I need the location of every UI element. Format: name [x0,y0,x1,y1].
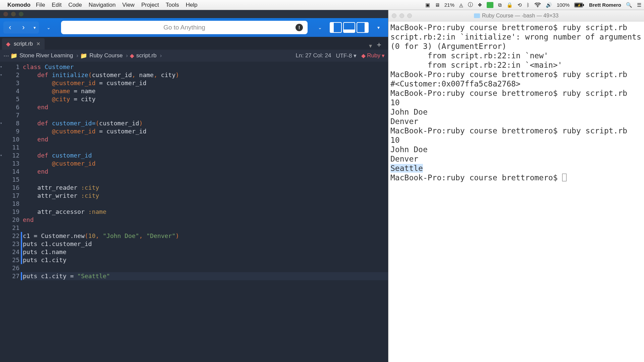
svg-text:⚡: ⚡ [577,3,581,7]
menu-navigation[interactable]: Navigation [89,2,115,8]
terminal-titlebar[interactable]: Ruby Course — -bash — 49×33 [388,10,644,21]
language-selector[interactable]: ◆ Ruby ▾ [361,52,385,59]
menu-code[interactable]: Code [68,2,82,8]
term-zoom-icon[interactable] [407,13,412,18]
green-app-icon[interactable] [487,2,493,8]
user-name[interactable]: Brett Romero [589,2,621,8]
info-icon[interactable]: ⓘ [468,2,473,8]
menu-edit[interactable]: Edit [52,2,61,8]
toolbar-dropdown2-button[interactable]: ⌄ [314,21,326,34]
battery-menu-percent[interactable]: 21% [444,2,454,8]
lock-icon[interactable]: 🔒 [506,2,513,8]
editor-toolbar: ‹ › ▾ ⌄ Go to Anything ! ⌄ ▾ [0,18,388,37]
crumb-a[interactable]: 📁Stone River Learning [10,52,73,59]
app-name[interactable]: Komodo [7,2,31,8]
display-icon[interactable]: 🖥 [435,2,440,8]
battery-icon[interactable]: ⚡ [574,3,584,7]
dropbox-icon[interactable]: ❖ [478,2,482,8]
screencast-icon[interactable]: ▣ [425,2,430,8]
close-tab-icon[interactable]: ✕ [36,41,41,47]
menu-tools[interactable]: Tools [166,2,179,8]
line-gutter[interactable]: 1234567891011121314151617181920212223242… [7,62,21,362]
nav-back-button[interactable]: ‹ [3,21,17,34]
nav-history-button[interactable]: ▾ [30,21,39,34]
wifi-icon[interactable] [534,3,541,7]
file-tab-label: script.rb [14,41,33,47]
ruby-file-icon: ◆ [6,41,10,48]
crumb-root-icon[interactable]: ⋯ [3,52,9,59]
svg-rect-2 [583,4,584,6]
crumb-c[interactable]: ◆script.rb [130,52,156,59]
file-tab-script[interactable]: ◆ script.rb ✕ [2,38,45,50]
menu-help[interactable]: Help [186,2,198,8]
code-text[interactable]: class Customer def initialize(customer_i… [21,62,388,362]
menu-icon[interactable]: ☰ [637,2,641,8]
terminal-body[interactable]: MacBook-Pro:ruby course brettromero$ rub… [388,21,644,362]
crumb-b[interactable]: 📁Ruby Course [80,52,122,59]
bottom-pane-button[interactable] [343,22,355,33]
chevron-right-icon: › [160,52,162,59]
battery-right-percent[interactable]: 100% [557,2,570,8]
menu-project[interactable]: Project [141,2,159,8]
window-close-icon[interactable] [3,12,8,16]
macos-menubar: Komodo File Edit Code Navigation View Pr… [0,0,644,10]
nav-forward-button[interactable]: › [17,21,30,34]
go-bang-icon[interactable]: ! [296,24,303,31]
go-to-anything-input[interactable]: Go to Anything ! [61,21,308,34]
folder-icon [474,13,480,18]
breadcrumb-bar: ⋯ 📁Stone River Learning › 📁Ruby Course ›… [0,50,388,62]
go-placeholder: Go to Anything [163,24,205,31]
svg-point-0 [537,6,538,7]
encoding[interactable]: UTF-8 ▾ [336,52,357,59]
editor-titlebar[interactable] [0,10,388,18]
left-pane-button[interactable] [330,22,342,33]
cursor-position: Ln: 27 Col: 24 [296,52,331,59]
menu-view[interactable]: View [122,2,135,8]
spotlight-icon[interactable]: 🔍 [626,2,632,8]
volume-icon[interactable]: 🔊 [546,2,552,8]
menu-file[interactable]: File [36,2,45,8]
toolbar-dropdown-button[interactable]: ⌄ [42,21,55,34]
pane-toggle-group [330,22,369,33]
chevron-right-icon: › [76,52,78,59]
fold-gutter[interactable]: ▾▾▾▾ [0,62,7,362]
terminal-title: Ruby Course — -bash — 49×33 [482,13,558,19]
code-editor[interactable]: ▾▾▾▾ 12345678910111213141516171819202122… [0,62,388,362]
new-tab-icon[interactable]: ＋ [375,40,383,50]
timemachine-icon[interactable]: ⟲ [518,2,522,8]
airplay-icon[interactable]: ⧉ [498,2,502,8]
right-pane-button[interactable] [357,22,369,33]
chevron-right-icon: › [126,52,128,59]
gdrive-icon[interactable]: ◬ [459,2,463,8]
window-minimize-icon[interactable] [11,12,16,16]
komodo-window: ‹ › ▾ ⌄ Go to Anything ! ⌄ ▾ ◆ script.rb… [0,10,388,362]
tab-menu-icon[interactable]: ▾ [369,42,372,50]
window-zoom-icon[interactable] [19,12,23,16]
terminal-window: Ruby Course — -bash — 49×33 MacBook-Pro:… [388,10,644,362]
pane-dropdown-button[interactable]: ▾ [372,21,385,34]
bluetooth-icon[interactable]: ᛒ [527,2,530,8]
editor-tabbar: ◆ script.rb ✕ ▾ ＋ [0,37,388,50]
nav-group: ‹ › ▾ [3,21,39,34]
term-close-icon[interactable] [392,13,396,18]
term-minimize-icon[interactable] [399,13,404,18]
